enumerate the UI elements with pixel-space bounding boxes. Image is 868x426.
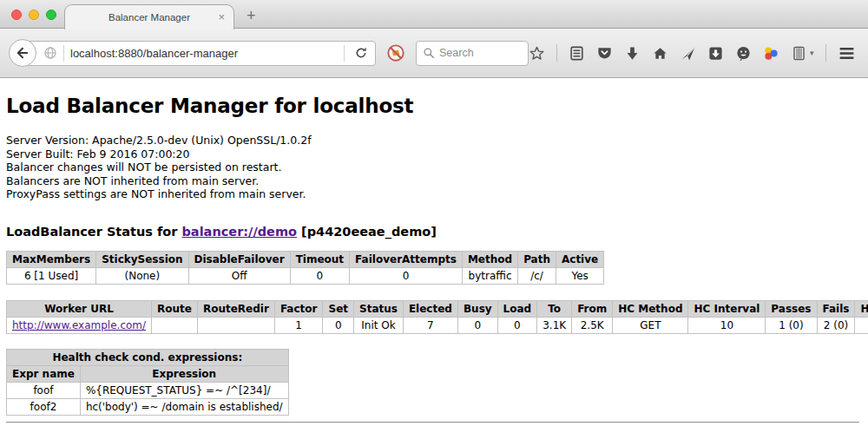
table-header-cell: Expression bbox=[80, 365, 288, 382]
table-header-cell: Active bbox=[556, 251, 603, 267]
table-header-cell: Method bbox=[462, 251, 517, 267]
table-header-cell: HC Interval bbox=[688, 300, 766, 317]
downloads-icon[interactable] bbox=[624, 45, 641, 62]
proxypass-note-line: ProxyPass settings are NOT inherited fro… bbox=[6, 187, 861, 201]
table-cell: 2.5K bbox=[572, 317, 613, 333]
table-cell: foof2 bbox=[7, 398, 81, 415]
table-header-cell: From bbox=[572, 300, 613, 317]
health-table-title: Health check cond. expressions: bbox=[7, 349, 289, 365]
close-window-button[interactable] bbox=[11, 10, 22, 20]
server-version-line: Server Version: Apache/2.5.0-dev (Unix) … bbox=[6, 134, 861, 147]
balancer-settings-table: MaxMembers StickySession DisableFailover… bbox=[6, 251, 604, 285]
table-header-row: MaxMembers StickySession DisableFailover… bbox=[7, 251, 604, 267]
search-icon bbox=[423, 47, 435, 59]
back-button[interactable] bbox=[9, 39, 36, 67]
table-cell: 0 bbox=[457, 317, 497, 333]
zoom-window-button[interactable] bbox=[46, 10, 56, 20]
table-row: foof2 hc('body') =~ /domain is establish… bbox=[7, 398, 289, 415]
table-header-row: Health check cond. expressions: bbox=[7, 349, 289, 365]
table-header-row: Expr name Expression bbox=[7, 365, 289, 382]
table-header-cell: FailoverAttempts bbox=[350, 251, 463, 267]
table-header-cell: Factor bbox=[274, 300, 323, 317]
toolbar-buttons: ▾ bbox=[529, 44, 868, 62]
server-built-line: Server Built: Feb 9 2016 07:00:20 bbox=[6, 147, 861, 161]
tab-title: Balancer Manager bbox=[108, 12, 190, 23]
minimize-window-button[interactable] bbox=[29, 10, 39, 20]
table-cell: hc('body') =~ /domain is established/ bbox=[80, 398, 288, 415]
table-cell: (None) bbox=[96, 267, 188, 284]
search-placeholder: Search bbox=[439, 47, 474, 59]
table-header-cell: RouteRedir bbox=[197, 300, 274, 317]
table-cell: 7 bbox=[403, 317, 457, 333]
table-header-cell: Load bbox=[497, 300, 537, 317]
table-header-cell: Timeout bbox=[290, 251, 349, 267]
bookmark-star-icon[interactable] bbox=[529, 45, 545, 62]
table-cell: Init Ok bbox=[354, 317, 404, 333]
page-content: Load Balancer Manager for localhost Serv… bbox=[0, 78, 868, 425]
url-bar[interactable]: localhost:8880/balancer-manager bbox=[22, 41, 376, 66]
table-header-cell: StickySession bbox=[96, 251, 188, 267]
balancer-link[interactable]: balancer://demo bbox=[181, 225, 297, 239]
table-header-cell: Path bbox=[518, 251, 556, 267]
menu-icon[interactable] bbox=[838, 44, 856, 62]
globe-icon[interactable] bbox=[43, 46, 57, 60]
chat-smiley-icon[interactable] bbox=[735, 45, 752, 62]
table-cell: foof bbox=[7, 382, 81, 398]
window-controls bbox=[11, 10, 56, 20]
table-header-cell: Worker URL bbox=[7, 300, 152, 317]
url-domain: localhost:8880 bbox=[70, 47, 143, 60]
worker-url-link[interactable]: http://www.example.com/ bbox=[12, 319, 146, 331]
tab-close-icon[interactable]: × bbox=[218, 10, 225, 23]
table-cell: %{REQUEST_STATUS} =~ /^[234]/ bbox=[80, 382, 288, 398]
back-icon bbox=[15, 45, 30, 61]
status-suffix: [p4420eeae_demo] bbox=[297, 225, 437, 239]
table-cell bbox=[855, 317, 868, 333]
table-header-cell: HC uri bbox=[855, 300, 868, 317]
table-header-cell: Route bbox=[152, 300, 198, 317]
table-cell: 3.1K bbox=[537, 317, 572, 333]
url-separator bbox=[63, 45, 64, 62]
table-cell: Off bbox=[188, 267, 290, 284]
browser-tab[interactable]: Balancer Manager × bbox=[64, 4, 234, 29]
table-cell: 6 [1 Used] bbox=[7, 267, 96, 284]
table-row: 6 [1 Used] (None) Off 0 0 bytraffic /c/ … bbox=[7, 267, 604, 284]
table-header-cell: DisableFailover bbox=[188, 251, 290, 267]
table-cell: 0 bbox=[323, 317, 354, 333]
table-header-cell: Expr name bbox=[7, 365, 81, 382]
dropdown-caret-icon[interactable]: ▾ bbox=[810, 49, 814, 57]
table-header-cell: MaxMembers bbox=[7, 251, 96, 267]
pocket-icon[interactable] bbox=[596, 45, 613, 62]
status-prefix: LoadBalancer Status for bbox=[6, 225, 181, 239]
table-header-cell: Busy bbox=[457, 300, 497, 317]
table-cell: bytraffic bbox=[462, 267, 517, 284]
table-cell bbox=[197, 317, 274, 333]
url-path: /balancer-manager bbox=[143, 47, 238, 60]
table-header-cell: HC Method bbox=[613, 300, 688, 317]
table-cell: 0 bbox=[290, 267, 349, 284]
table-header-cell: To bbox=[537, 300, 572, 317]
home-icon[interactable] bbox=[652, 45, 668, 62]
address-text[interactable]: localhost:8880/balancer-manager bbox=[70, 47, 338, 60]
table-header-cell: Fails bbox=[817, 300, 855, 317]
table-row: foof %{REQUEST_STATUS} =~ /^[234]/ bbox=[7, 382, 289, 398]
url-separator bbox=[344, 45, 345, 62]
reading-list-icon[interactable] bbox=[569, 45, 585, 62]
table-header-cell: Status bbox=[354, 300, 404, 317]
new-tab-button[interactable]: + bbox=[247, 7, 256, 24]
video-download-icon[interactable] bbox=[707, 45, 724, 62]
browser-window: Balancer Manager × + localhost:8880/bala… bbox=[0, 0, 868, 426]
toolbar-separator bbox=[825, 44, 826, 62]
search-bar[interactable]: Search bbox=[416, 41, 529, 66]
balancer-status-heading: LoadBalancer Status for balancer://demo … bbox=[6, 225, 861, 239]
table-cell: 0 bbox=[497, 317, 537, 333]
blocked-plugin-icon[interactable] bbox=[386, 43, 405, 62]
table-cell: http://www.example.com/ bbox=[7, 317, 152, 333]
send-icon[interactable] bbox=[680, 45, 696, 62]
titlebar: Balancer Manager × + bbox=[0, 0, 868, 29]
reload-icon[interactable] bbox=[354, 46, 368, 60]
table-cell: 2 (0) bbox=[817, 317, 855, 333]
dictionary-icon[interactable]: ▾ bbox=[791, 45, 814, 62]
colored-dots-icon[interactable] bbox=[763, 45, 779, 62]
toolbar-separator bbox=[556, 44, 557, 62]
table-cell: GET bbox=[613, 317, 688, 333]
